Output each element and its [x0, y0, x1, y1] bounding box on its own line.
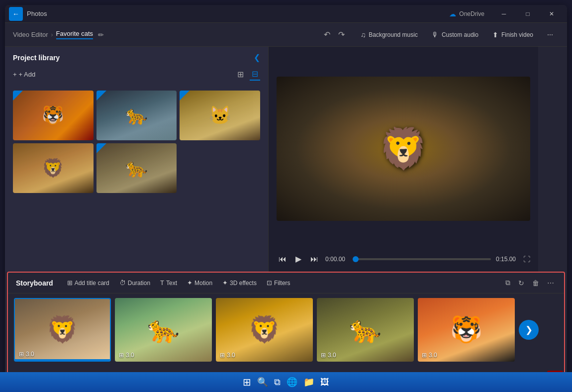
storyboard-right-actions: ⧉ ↻ 🗑 ⋯ [503, 277, 556, 289]
search-taskbar-icon[interactable]: 🔍 [257, 377, 268, 388]
3d-effects-icon: ✦ [222, 279, 228, 287]
duplicate-clip-button[interactable]: ⧉ [503, 277, 512, 289]
duration-icon-5: ⊞ [422, 352, 427, 359]
add-media-button[interactable]: + + Add [13, 71, 35, 78]
media-thumbnail-1[interactable]: 🐯 [13, 91, 94, 140]
current-time: 0:00.00 [325, 256, 348, 263]
storyboard-panel: Storyboard ⊞ Add title card ⏱ Duration T… [7, 272, 565, 381]
undo-button[interactable]: ↶ [322, 28, 332, 41]
filters-button[interactable]: ⊡ Filters [263, 277, 294, 289]
maximize-button[interactable]: □ [516, 5, 539, 23]
duration-icon-2: ⊞ [119, 352, 124, 359]
edge-taskbar-icon[interactable]: 🌐 [286, 377, 297, 388]
video-content: 🦁 [277, 77, 530, 221]
add-icon: + [13, 71, 17, 78]
two-panel: Project library ❮ + + Add ⊞ ⊟ [5, 47, 538, 272]
thumbnail-image-1: 🐯 [13, 91, 94, 140]
finish-video-button[interactable]: ⬆ Finish video [486, 28, 539, 42]
video-controls: ⏮ ▶ ⏭ 0:00.00 0:15.00 ⛶ [269, 248, 538, 272]
duration-icon-4: ⊞ [321, 352, 326, 359]
next-frame-button[interactable]: ⏭ [308, 253, 320, 266]
collapse-panel-button[interactable]: ❮ [254, 53, 260, 62]
explorer-taskbar-icon[interactable]: 📁 [303, 377, 314, 388]
view-options: ⊞ ⊟ [235, 68, 260, 81]
photos-taskbar-icon[interactable]: 🖼 [320, 377, 329, 388]
delete-clip-button[interactable]: 🗑 [530, 277, 541, 289]
media-grid: 🐯 🐆 🐱 🦁 🐆 [5, 87, 268, 197]
thumbnail-image-5: 🐆 [96, 143, 177, 193]
text-button[interactable]: T Text [156, 277, 181, 289]
media-thumbnail-4[interactable]: 🦁 [13, 143, 94, 193]
breadcrumb-root[interactable]: Video Editor [13, 31, 48, 38]
storyboard-duration-2: ⊞ 3.0 [119, 352, 134, 359]
onedrive-label: OneDrive [459, 10, 484, 17]
preview-image: 🦁 [379, 125, 428, 172]
previous-frame-button[interactable]: ⏮ [277, 253, 288, 266]
close-button[interactable]: ✕ [540, 5, 563, 23]
duration-icon-1: ⊞ [19, 351, 24, 358]
3d-effects-button[interactable]: ✦ 3D effects [218, 277, 261, 289]
duration-button[interactable]: ⏱ Duration [115, 277, 154, 289]
storyboard-item-4[interactable]: 🐆 ⊞ 3.0 [317, 298, 414, 362]
audio-icon: 🎙 [432, 31, 439, 39]
select-indicator-2 [96, 91, 106, 100]
storyboard-item-2[interactable]: 🐆 ⊞ 3.0 [115, 298, 212, 362]
grid-view-button[interactable]: ⊞ [235, 68, 246, 81]
next-clips-button[interactable]: ❯ [519, 320, 539, 340]
select-indicator-5 [96, 143, 106, 153]
onedrive-icon: ☁ [449, 10, 456, 18]
list-view-button[interactable]: ⊟ [250, 68, 260, 81]
undo-redo-controls: ↶ ↷ [322, 28, 347, 41]
windows-taskbar: ⊞ 🔍 ⧉ 🌐 📁 🖼 [0, 372, 572, 392]
storyboard-item-3[interactable]: 🦁 ⊞ 3.0 [216, 298, 313, 362]
app-window: ← Photos ☁ OneDrive ─ □ ✕ Video Editor ›… [5, 5, 567, 383]
fullscreen-button[interactable]: ⛶ [523, 255, 530, 263]
thumbnail-image-4: 🦁 [13, 143, 94, 193]
progress-bar[interactable] [353, 258, 491, 260]
title-card-icon: ⊞ [67, 279, 73, 287]
window-controls: ─ □ ✕ [492, 5, 563, 23]
end-time: 0:15.00 [496, 256, 518, 263]
motion-icon: ✦ [187, 279, 192, 287]
taskview-icon[interactable]: ⧉ [274, 377, 281, 388]
play-button[interactable]: ▶ [293, 252, 303, 266]
storyboard-more-button[interactable]: ⋯ [545, 277, 556, 289]
back-button[interactable]: ← [9, 7, 23, 21]
breadcrumb-project[interactable]: Favorite cats [56, 30, 93, 39]
storyboard-items: 🦁 ⊞ 3.0 🐆 ⊞ 3.0 🦁 [8, 294, 564, 366]
storyboard-title: Storyboard [16, 279, 53, 287]
background-music-button[interactable]: ♫ Background music [355, 28, 424, 42]
storyboard-item-5[interactable]: 🐯 ⊞ 3.0 [418, 298, 515, 362]
breadcrumb: Video Editor › Favorite cats ✏ [13, 30, 318, 39]
video-frame: 🦁 [277, 77, 530, 221]
edit-project-name-icon[interactable]: ✏ [98, 31, 104, 39]
storyboard-duration-3: ⊞ 3.0 [220, 352, 235, 359]
storyboard-item-1[interactable]: 🦁 ⊞ 3.0 [14, 298, 111, 362]
motion-button[interactable]: ✦ Motion [183, 277, 216, 289]
toolbar-actions: ♫ Background music 🎙 Custom audio ⬆ Fini… [355, 28, 559, 42]
onedrive-area: ☁ OneDrive [449, 10, 484, 18]
windows-logo[interactable]: ⊞ [243, 376, 251, 388]
filters-icon: ⊡ [267, 279, 272, 287]
storyboard-header: Storyboard ⊞ Add title card ⏱ Duration T… [8, 273, 564, 294]
toolbar: Video Editor › Favorite cats ✏ ↶ ↷ ♫ Bac… [5, 23, 567, 47]
media-thumbnail-5[interactable]: 🐆 [96, 143, 177, 193]
rotate-clip-button[interactable]: ↻ [516, 277, 526, 289]
text-icon: T [160, 279, 164, 287]
select-indicator-3 [180, 91, 190, 100]
redo-button[interactable]: ↷ [336, 28, 347, 41]
music-icon: ♫ [361, 31, 366, 39]
media-thumbnail-3[interactable]: 🐱 [180, 91, 260, 140]
media-thumbnail-2[interactable]: 🐆 [96, 91, 177, 140]
select-indicator-1 [13, 91, 23, 100]
library-toolbar: + + Add ⊞ ⊟ [5, 66, 268, 87]
add-title-card-button[interactable]: ⊞ Add title card [63, 277, 113, 289]
video-preview-panel: 🦁 ⏮ ▶ ⏭ 0:00.00 0:15.00 ⛶ [269, 47, 538, 272]
export-icon: ⬆ [492, 31, 498, 39]
minimize-button[interactable]: ─ [492, 5, 515, 23]
selected-indicator-1 [15, 359, 110, 361]
video-preview-area: 🦁 [269, 47, 538, 248]
custom-audio-button[interactable]: 🎙 Custom audio [426, 28, 484, 42]
progress-thumb[interactable] [353, 256, 359, 262]
more-options-button[interactable]: ⋯ [541, 28, 559, 41]
